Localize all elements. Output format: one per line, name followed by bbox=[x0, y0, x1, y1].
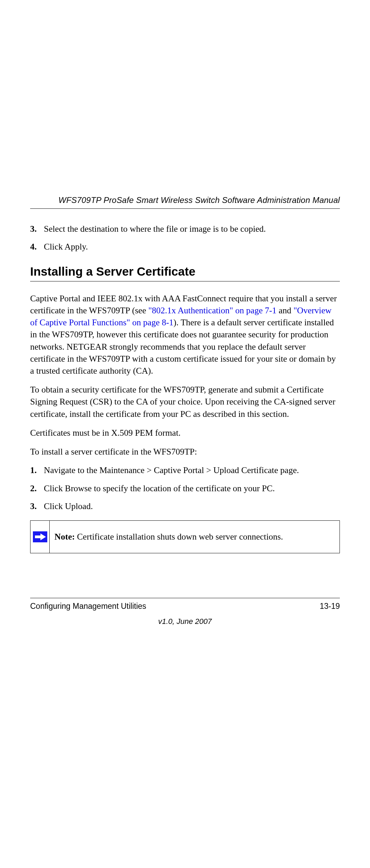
list-number: 3. bbox=[30, 501, 44, 512]
paragraph: To install a server certificate in the W… bbox=[30, 446, 340, 458]
list-text: Navigate to the Maintenance > Captive Po… bbox=[44, 465, 299, 476]
page-number: 13-19 bbox=[320, 602, 340, 611]
list-item: 1. Navigate to the Maintenance > Captive… bbox=[30, 465, 340, 476]
list-number: 4. bbox=[30, 241, 44, 253]
list-text: Click Browse to specify the location of … bbox=[44, 483, 275, 494]
list-text: Click Upload. bbox=[44, 501, 93, 512]
footer-line: Configuring Management Utilities 13-19 bbox=[30, 602, 340, 611]
text-run: and bbox=[276, 305, 294, 315]
footer-section-name: Configuring Management Utilities bbox=[30, 602, 146, 611]
page-footer: Configuring Management Utilities 13-19 v… bbox=[30, 598, 340, 626]
document-page: WFS709TP ProSafe Smart Wireless Switch S… bbox=[0, 0, 370, 868]
list-text: Click Apply. bbox=[44, 241, 88, 253]
manual-title: WFS709TP ProSafe Smart Wireless Switch S… bbox=[30, 195, 340, 205]
list-item: 3. Click Upload. bbox=[30, 501, 340, 512]
footer-version: v1.0, June 2007 bbox=[30, 617, 340, 626]
note-callout: Note: Certificate installation shuts dow… bbox=[30, 520, 340, 553]
list-number: 2. bbox=[30, 483, 44, 494]
list-number: 1. bbox=[30, 465, 44, 476]
section-rule bbox=[30, 281, 340, 281]
note-icon-cell bbox=[30, 521, 50, 553]
list-text: Select the destination to where the file… bbox=[44, 223, 266, 235]
list-item: 4. Click Apply. bbox=[30, 241, 340, 253]
list-item: 2. Click Browse to specify the location … bbox=[30, 483, 340, 494]
list-item: 3. Select the destination to where the f… bbox=[30, 223, 340, 235]
arrow-right-icon bbox=[33, 531, 47, 542]
paragraph: To obtain a security certificate for the… bbox=[30, 384, 340, 420]
header-rule bbox=[30, 208, 340, 209]
cross-reference-link[interactable]: "802.1x Authentication" on page 7-1 bbox=[148, 305, 276, 315]
paragraph: Captive Portal and IEEE 802.1x with AAA … bbox=[30, 292, 340, 377]
list-number: 3. bbox=[30, 223, 44, 235]
note-text: Note: Certificate installation shuts dow… bbox=[50, 521, 340, 553]
note-body: Certificate installation shuts down web … bbox=[75, 532, 283, 542]
section-heading: Installing a Server Certificate bbox=[30, 265, 340, 278]
footer-rule bbox=[30, 598, 340, 598]
paragraph: Certificates must be in X.509 PEM format… bbox=[30, 427, 340, 439]
note-label: Note: bbox=[54, 532, 75, 542]
